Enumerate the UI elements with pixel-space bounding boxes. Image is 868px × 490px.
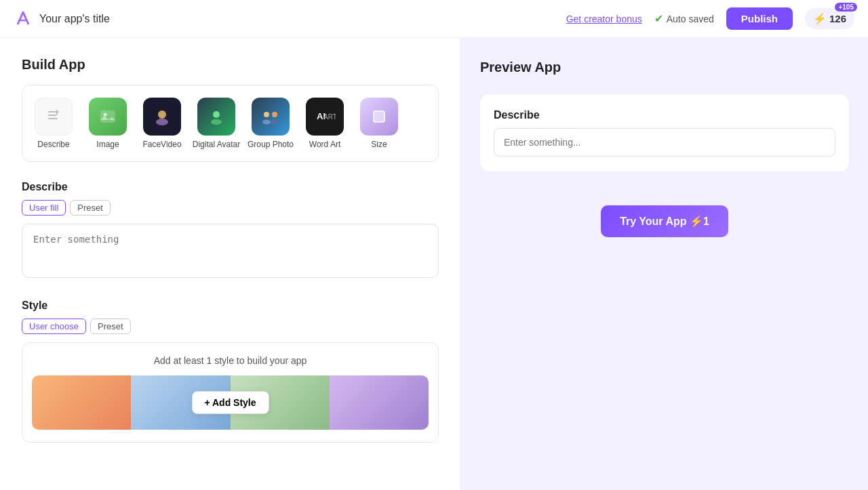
add-style-button[interactable]: + Add Style [191,391,269,414]
build-panel: Build App Describe Image [0,38,461,490]
tool-card-wordart[interactable]: AIART Word Art [300,98,349,149]
tool-cards-container: Describe Image FaceVideo D [22,85,439,162]
credits-plus-badge: +105 [835,3,857,12]
auto-saved-status: ✔ Auto saved [654,12,714,25]
header-right: Get creator bonus ✔ Auto saved Publish +… [566,7,854,30]
style-section: Style User choose Preset Add at least 1 … [22,300,439,443]
tool-facevideo-label: FaceVideo [142,140,181,149]
publish-button[interactable]: Publish [726,7,793,30]
auto-saved-icon: ✔ [654,12,663,25]
tool-card-describe[interactable]: Describe [29,98,78,149]
style-images-row: + Add Style [32,375,429,430]
svg-point-5 [104,113,107,117]
svg-text:ART: ART [323,113,336,121]
svg-point-13 [271,120,279,125]
tool-card-image[interactable]: Image [83,98,132,149]
describe-section: Describe User fill Preset [22,181,439,300]
preview-describe-input[interactable] [494,128,835,157]
style-tag-row: User choose Preset [22,319,439,334]
tool-digitalavatar-label: Digital Avatar [193,140,240,149]
svg-point-10 [264,112,269,117]
svg-point-9 [211,119,222,125]
tool-describe-icon [35,98,73,136]
tool-wordart-icon: AIART [306,98,344,136]
svg-rect-3 [56,110,58,115]
describe-tag-userfill[interactable]: User fill [22,200,66,216]
style-image-1 [32,375,131,430]
svg-point-8 [213,111,220,118]
tool-card-digitalavatar[interactable]: Digital Avatar [192,98,241,149]
add-style-hint: Add at least 1 style to build your app [32,355,429,366]
auto-saved-label: Auto saved [667,14,714,24]
preview-field-label: Describe [494,109,835,121]
try-app-button[interactable]: Try Your App ⚡1 [601,205,728,237]
preview-panel: Preview App Describe Try Your App ⚡1 [461,38,868,490]
svg-point-6 [158,110,166,119]
tool-size-icon [360,98,398,136]
tool-image-label: Image [96,140,119,149]
svg-point-7 [156,119,168,125]
describe-tag-row: User fill Preset [22,200,439,216]
tool-size-label: Size [371,140,387,149]
tool-groupphoto-label: Group Photo [248,140,294,149]
credits-badge: +105 ⚡ 126 [805,8,854,29]
credits-value: 126 [829,13,846,24]
lightning-icon: ⚡ [813,12,827,25]
tool-groupphoto-icon [252,98,290,136]
style-section-title: Style [22,300,439,312]
svg-point-12 [262,120,271,125]
tool-card-groupphoto[interactable]: Group Photo [246,98,295,149]
svg-rect-4 [100,110,115,123]
header-left: Your app's title [14,9,110,28]
describe-tag-preset[interactable]: Preset [70,200,111,216]
describe-input[interactable] [22,224,439,278]
svg-rect-1 [48,115,56,116]
build-panel-title: Build App [22,57,439,73]
tool-card-facevideo[interactable]: FaceVideo [138,98,186,149]
svg-rect-16 [374,111,384,122]
tool-digitalavatar-icon [197,98,235,136]
app-title: Your app's title [39,13,110,25]
tool-image-icon [89,98,127,136]
style-tag-preset[interactable]: Preset [90,319,131,334]
tool-card-size[interactable]: Size [355,98,403,149]
logo-icon [14,9,33,28]
header: Your app's title Get creator bonus ✔ Aut… [0,0,868,38]
tool-describe-label: Describe [37,140,69,149]
creator-bonus-link[interactable]: Get creator bonus [566,14,642,24]
preview-inner-card: Describe [480,94,849,171]
add-style-box: Add at least 1 style to build your app +… [22,342,439,443]
style-image-4 [330,375,429,430]
main-layout: Build App Describe Image [0,38,868,490]
svg-point-11 [272,112,277,117]
preview-panel-title: Preview App [480,60,849,75]
svg-rect-2 [48,118,58,119]
style-tag-userchoose[interactable]: User choose [22,319,86,334]
tool-facevideo-icon [143,98,181,136]
describe-section-title: Describe [22,181,439,193]
tool-wordart-label: Word Art [309,140,340,149]
